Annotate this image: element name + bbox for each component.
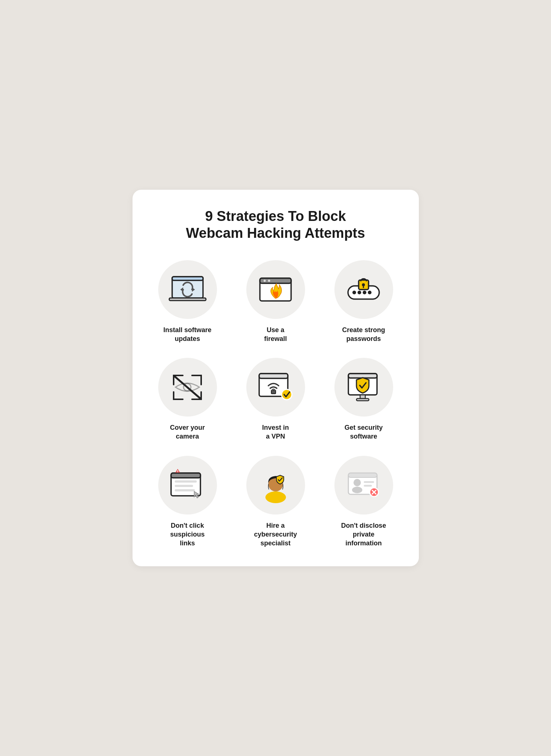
firewall-icon: [258, 275, 293, 305]
svg-rect-1: [172, 277, 203, 280]
icon-circle-vpn: [246, 358, 305, 417]
svg-rect-41: [364, 481, 374, 483]
svg-point-7: [264, 280, 266, 282]
svg-point-10: [352, 291, 356, 294]
item-use-firewall: Use a firewall: [235, 260, 316, 344]
suspicious-links-icon: [169, 469, 206, 501]
item-strong-passwords: Create strong passwords: [323, 260, 404, 344]
svg-point-15: [362, 283, 365, 286]
label-use-firewall: Use a firewall: [264, 326, 287, 344]
main-card: 9 Strategies To Block Webcam Hacking Att…: [133, 190, 419, 566]
page-title: 9 Strategies To Block Webcam Hacking Att…: [147, 208, 404, 241]
svg-point-35: [265, 491, 286, 503]
label-suspicious-links: Don't click suspicious links: [170, 521, 204, 548]
icon-circle-suspicious-links: [158, 456, 217, 515]
item-cybersecurity-specialist: Hire a cybersecurity specialist: [235, 456, 316, 548]
password-icon: [346, 276, 381, 303]
icon-circle-camera: [158, 358, 217, 417]
svg-point-12: [363, 291, 366, 294]
label-strong-passwords: Create strong passwords: [342, 326, 385, 344]
laptop-update-icon: [169, 275, 206, 304]
camera-cover-icon: [170, 372, 205, 403]
svg-point-13: [368, 291, 371, 294]
item-suspicious-links: Don't click suspicious links: [147, 456, 228, 548]
svg-rect-20: [259, 374, 288, 378]
item-private-info: Don't disclose private information: [323, 456, 404, 548]
icon-circle-install-updates: [158, 260, 217, 319]
svg-point-11: [358, 291, 361, 294]
svg-rect-33: [175, 485, 193, 487]
private-info-icon: [345, 469, 382, 501]
item-cover-camera: Cover your camera: [147, 358, 228, 441]
specialist-icon: [257, 469, 294, 502]
svg-rect-34: [175, 489, 195, 491]
item-install-updates: Install software updates: [147, 260, 228, 344]
icon-circle-specialist: [246, 456, 305, 515]
svg-point-8: [268, 280, 270, 282]
vpn-icon: [257, 372, 294, 403]
svg-line-17: [174, 376, 200, 399]
svg-rect-28: [171, 473, 200, 478]
label-security-software: Get security software: [344, 423, 383, 441]
svg-point-31: [177, 472, 178, 473]
item-security-software: Get security software: [323, 358, 404, 441]
icon-circle-private-info: [334, 456, 393, 515]
label-specialist: Hire a cybersecurity specialist: [254, 521, 297, 548]
label-vpn: Invest in a VPN: [262, 423, 289, 441]
label-private-info: Don't disclose private information: [341, 521, 386, 548]
svg-rect-38: [348, 473, 377, 477]
label-cover-camera: Cover your camera: [170, 423, 205, 441]
svg-point-40: [352, 487, 362, 493]
label-install-updates: Install software updates: [163, 326, 211, 344]
icon-circle-security-software: [334, 358, 393, 417]
strategies-grid: Install software updates Use a firewall: [147, 260, 404, 548]
icon-circle-firewall: [246, 260, 305, 319]
svg-rect-2: [169, 298, 206, 301]
svg-rect-32: [175, 480, 197, 483]
icon-circle-passwords: [334, 260, 393, 319]
svg-rect-21: [271, 390, 276, 394]
svg-rect-25: [360, 395, 365, 399]
svg-rect-42: [364, 485, 372, 487]
item-vpn: Invest in a VPN: [235, 358, 316, 441]
svg-point-39: [354, 479, 361, 486]
svg-point-22: [282, 389, 292, 400]
svg-rect-26: [356, 399, 369, 401]
security-software-icon: [345, 372, 382, 403]
